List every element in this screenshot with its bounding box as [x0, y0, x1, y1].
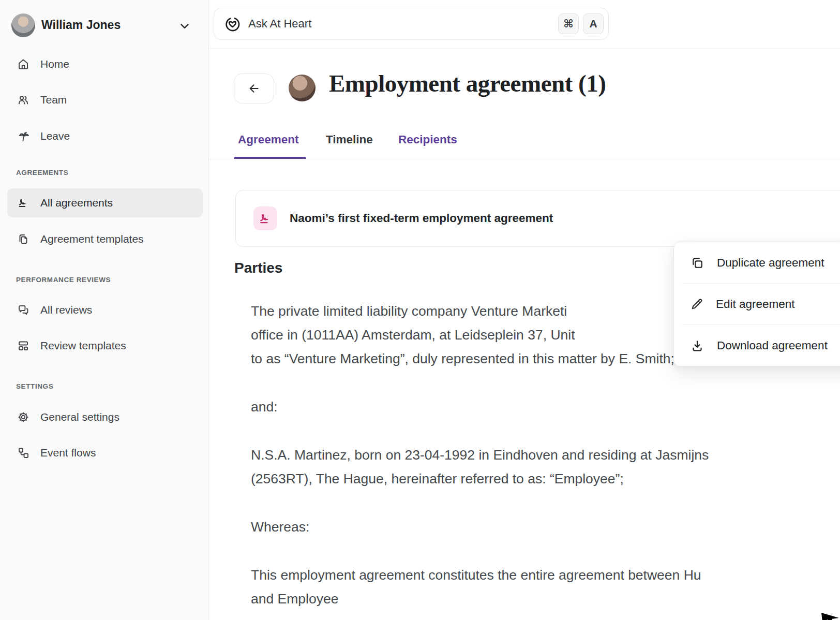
- tabs-divider: [209, 159, 840, 159]
- gear-icon: [17, 411, 29, 423]
- pencil-icon: [690, 298, 703, 311]
- sidebar-item-label: Review templates: [40, 339, 126, 352]
- back-button[interactable]: [234, 73, 274, 104]
- home-icon: [17, 58, 29, 70]
- section-label-settings: SETTINGS: [16, 382, 53, 390]
- sidebar-item-label: Event flows: [40, 447, 96, 459]
- section-label-agreements: AGREEMENTS: [16, 169, 68, 176]
- doc-line: and:: [251, 395, 840, 419]
- search-input[interactable]: Ask At Heart ⌘ A: [214, 8, 609, 40]
- a-key: A: [583, 13, 604, 34]
- agreement-card-title: Naomi’s first fixed-term employment agre…: [290, 212, 553, 225]
- sidebar-item-all-agreements[interactable]: All agreements: [7, 188, 203, 217]
- section-label-performance-reviews: PERFORMANCE REVIEWS: [16, 276, 111, 284]
- sidebar-item-label: Home: [40, 58, 69, 70]
- agreement-context-menu: Duplicate agreement Edit agreement Downl…: [673, 242, 840, 366]
- menu-item-download-agreement[interactable]: Download agreement: [674, 325, 840, 366]
- command-key: ⌘: [558, 13, 579, 34]
- sidebar-item-label: Team: [40, 94, 67, 106]
- sidebar-item-label: All agreements: [40, 197, 113, 209]
- tab-agreement[interactable]: Agreement: [238, 133, 299, 146]
- sidebar-item-label: Agreement templates: [40, 233, 144, 245]
- document-copy-icon: [17, 233, 29, 245]
- doc-line: This employment agreement constitutes th…: [251, 563, 840, 587]
- sidebar-item-team[interactable]: Team: [7, 85, 203, 114]
- sidebar-item-general-settings[interactable]: General settings: [7, 403, 203, 432]
- doc-line: N.S.A. Martinez, born on 23-04-1992 in E…: [251, 443, 840, 467]
- employee-avatar: [289, 75, 316, 101]
- content-top-border: [209, 48, 840, 49]
- tab-timeline[interactable]: Timeline: [326, 133, 373, 146]
- sidebar: William Jones Home Team Leave AGREEMENTS…: [0, 0, 209, 620]
- arrow-left-icon: [247, 82, 261, 95]
- user-avatar: [11, 13, 35, 37]
- menu-item-label: Duplicate agreement: [717, 256, 824, 270]
- menu-item-label: Edit agreement: [716, 298, 795, 311]
- menu-item-edit-agreement[interactable]: Edit agreement: [674, 284, 840, 324]
- layout-grid-icon: [17, 339, 29, 352]
- mouse-cursor: [821, 612, 840, 620]
- parties-heading: Parties: [234, 260, 282, 276]
- user-name: William Jones: [41, 18, 121, 32]
- palm-tree-icon: [17, 130, 29, 142]
- flow-nodes-icon: [17, 447, 29, 459]
- page-title: Employment agreement (1): [329, 69, 606, 97]
- sidebar-item-event-flows[interactable]: Event flows: [7, 438, 203, 467]
- download-icon: [690, 338, 704, 353]
- doc-line: (2563RT), The Hague, hereinafter referre…: [251, 467, 840, 491]
- signature-icon: [17, 197, 29, 209]
- sidebar-item-all-reviews[interactable]: All reviews: [7, 296, 203, 324]
- menu-item-label: Download agreement: [717, 339, 828, 352]
- doc-line: Whereas:: [251, 515, 840, 539]
- team-icon: [17, 94, 29, 106]
- shortcut-keys: ⌘ A: [558, 13, 604, 34]
- sidebar-item-review-templates[interactable]: Review templates: [7, 331, 203, 360]
- sidebar-item-leave[interactable]: Leave: [7, 122, 203, 151]
- sidebar-item-agreement-templates[interactable]: Agreement templates: [7, 225, 203, 254]
- sidebar-item-home[interactable]: Home: [7, 50, 203, 79]
- search-placeholder: Ask At Heart: [248, 17, 311, 31]
- signature-icon: [253, 206, 277, 230]
- sidebar-item-label: Leave: [40, 130, 70, 142]
- menu-item-duplicate-agreement[interactable]: Duplicate agreement: [674, 242, 840, 283]
- sidebar-item-label: All reviews: [40, 304, 92, 316]
- user-menu[interactable]: William Jones: [0, 12, 209, 39]
- chat-bubbles-icon: [17, 304, 29, 316]
- sidebar-item-label: General settings: [40, 411, 119, 423]
- heart-ring-logo: [224, 16, 241, 32]
- agreement-card[interactable]: Naomi’s first fixed-term employment agre…: [235, 190, 840, 247]
- tab-recipients[interactable]: Recipients: [398, 133, 457, 146]
- duplicate-icon: [690, 256, 704, 270]
- chevron-down-icon[interactable]: [178, 19, 191, 33]
- doc-line: and Employee: [251, 587, 840, 611]
